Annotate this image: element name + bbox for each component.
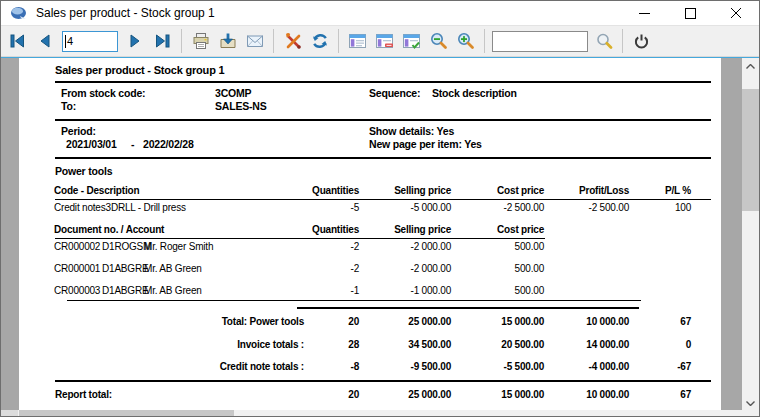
search-input[interactable] — [492, 31, 588, 52]
rule — [297, 307, 639, 309]
total-sell: 25 000.00 — [408, 316, 451, 327]
document-sell: -2 000.00 — [411, 263, 451, 274]
product-header-cost: Cost price — [497, 185, 544, 196]
close-preview-button[interactable] — [629, 29, 654, 54]
previous-page-button[interactable] — [32, 29, 57, 54]
document-header-qty: Quantities — [312, 224, 359, 235]
invoice-totals-sell: 34 500.00 — [408, 339, 451, 350]
product-row-profit: -2 500.00 — [589, 202, 629, 213]
period-from-value: 2021/03/01 — [66, 138, 117, 150]
account-name: Mr. AB Green — [144, 263, 202, 274]
table-row: CR000003 D1ABGRE Mr. AB Green -1 -1 000.… — [19, 285, 721, 299]
window-title: Sales per product - Stock group 1 — [36, 6, 215, 20]
sequence-value: Stock description — [432, 87, 517, 99]
rule — [55, 119, 711, 121]
period-label: Period: — [61, 125, 96, 137]
first-page-button[interactable] — [5, 29, 30, 54]
last-page-button[interactable] — [150, 29, 175, 54]
previous-page-icon — [37, 33, 52, 49]
toolbar: 4 — [1, 26, 759, 57]
vertical-scrollbar[interactable] — [742, 58, 759, 411]
product-row-pl: 100 — [675, 202, 691, 213]
email-icon — [246, 32, 264, 50]
options-tools-button[interactable] — [280, 29, 305, 54]
email-button[interactable] — [242, 29, 267, 54]
show-details-value: Show details: Yes — [369, 125, 454, 137]
sequence-label: Sequence: — [369, 87, 420, 99]
period-to-value: 2022/02/28 — [143, 138, 194, 150]
search-button[interactable] — [591, 29, 616, 54]
layout-normal-button[interactable] — [345, 29, 370, 54]
document-cost: 500.00 — [515, 241, 544, 252]
report-preview-window: Sales per product - Stock group 1 — [0, 0, 760, 417]
toolbar-separator — [181, 29, 182, 53]
minimize-icon — [639, 8, 650, 19]
refresh-button[interactable] — [307, 29, 332, 54]
toolbar-separator — [484, 29, 485, 53]
invoice-totals-qty: 28 — [348, 339, 359, 350]
invoice-totals-cost: 20 500.00 — [501, 339, 544, 350]
invoice-totals-profit: 14 000.00 — [586, 339, 629, 350]
first-page-icon — [9, 33, 26, 49]
report-page: Sales per product - Stock group 1 From s… — [19, 58, 721, 411]
totals-row: Invoice totals : 28 34 500.00 20 500.00 … — [19, 339, 721, 353]
total-qty: 20 — [348, 316, 359, 327]
maximize-button[interactable] — [667, 1, 713, 25]
account-name: Mr. AB Green — [144, 285, 202, 296]
document-cost: 500.00 — [515, 285, 544, 296]
product-row-desc: Credit notes3DRLL - Drill press — [54, 202, 186, 213]
print-button[interactable] — [188, 29, 213, 54]
document-number: CR000003 — [54, 285, 100, 296]
zoom-in-button[interactable] — [453, 29, 478, 54]
export-button[interactable] — [215, 29, 240, 54]
document-qty: -2 — [351, 241, 360, 252]
scroll-left-button[interactable] — [1, 410, 18, 416]
page-number-value: 4 — [67, 35, 73, 47]
scrollbar-corner — [742, 410, 759, 416]
product-header-qty: Quantities — [312, 185, 359, 196]
report-total-cost: 15 000.00 — [501, 389, 544, 400]
refresh-icon — [311, 32, 329, 50]
layout-remove-button[interactable] — [372, 29, 397, 54]
app-icon — [10, 6, 28, 21]
next-page-button[interactable] — [123, 29, 148, 54]
product-row-sell: -5 000.00 — [411, 202, 451, 213]
toolbar-separator — [338, 29, 339, 53]
last-page-icon — [154, 33, 171, 49]
tools-icon — [284, 32, 302, 50]
page-number-input[interactable]: 4 — [62, 31, 118, 52]
document-cost: 500.00 — [515, 263, 544, 274]
from-stock-label: From stock code: — [61, 87, 145, 99]
print-icon — [192, 32, 210, 50]
chevron-up-icon — [746, 64, 755, 69]
rule — [55, 81, 711, 83]
product-row-qty: -5 — [351, 202, 360, 213]
horizontal-scrollbar-thumb[interactable] — [19, 410, 234, 416]
report-title: Sales per product - Stock group 1 — [55, 64, 224, 76]
account-code: D1ABGRE — [102, 285, 148, 296]
scroll-up-button[interactable] — [742, 58, 759, 74]
zoom-out-icon — [429, 32, 448, 50]
total-pl: 67 — [680, 316, 691, 327]
window-controls — [621, 1, 759, 25]
account-code: D1ABGRE — [102, 263, 148, 274]
account-name: Mr. Roger Smith — [144, 241, 213, 252]
report-total-row: Report total: 20 25 000.00 15 000.00 10 … — [19, 389, 721, 403]
zoom-out-button[interactable] — [426, 29, 451, 54]
minimize-button[interactable] — [621, 1, 667, 25]
product-header-pl: P/L % — [665, 185, 691, 196]
product-row-cost: -2 500.00 — [504, 202, 544, 213]
total-label: Total: Power tools — [222, 316, 304, 327]
document-sell: -1 000.00 — [411, 285, 451, 296]
product-header-desc: Code - Description — [54, 185, 139, 196]
vertical-scrollbar-thumb[interactable] — [742, 89, 759, 211]
maximize-icon — [685, 8, 696, 19]
total-profit: 10 000.00 — [586, 316, 629, 327]
credit-note-totals-profit: -4 000.00 — [589, 361, 629, 372]
close-button[interactable] — [713, 1, 759, 25]
chevron-down-icon — [746, 401, 755, 406]
scroll-down-button[interactable] — [742, 395, 759, 411]
report-total-pl: 67 — [680, 389, 691, 400]
layout-select-button[interactable] — [399, 29, 424, 54]
horizontal-scrollbar[interactable] — [1, 410, 742, 416]
